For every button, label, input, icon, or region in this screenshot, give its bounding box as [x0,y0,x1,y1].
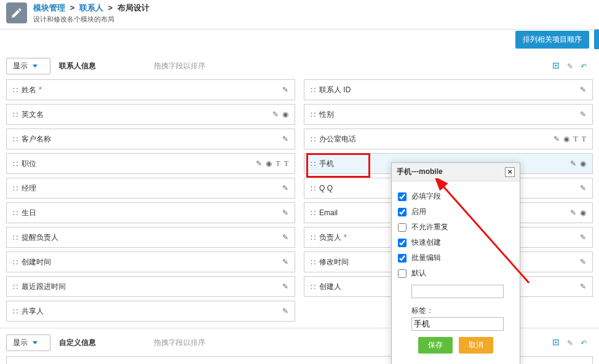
section-tools-2: ✎ ↶ [552,339,588,347]
edit-icon[interactable]: ✎ [282,258,288,266]
drag-handle-icon[interactable]: ∷ [13,258,17,267]
field-row[interactable]: ∷职位✎◉TT [6,153,295,174]
drag-handle-icon[interactable]: ∷ [13,184,17,193]
edit-icon[interactable]: ✎ [580,258,586,266]
field-actions: ✎ [580,282,586,291]
edit-icon[interactable]: ✎ [580,282,586,291]
field-actions: ✎ [282,85,288,94]
default-label: 默认 [411,268,426,279]
breadcrumb-link-1[interactable]: 模块管理 [33,3,65,12]
edit-icon[interactable]: ✎ [282,233,288,242]
drag-handle-icon[interactable]: ∷ [13,282,17,291]
edit-icon[interactable]: ✎ [553,135,560,144]
field-row[interactable]: ∷办公室电话✎◉TT [304,129,593,149]
drag-handle-icon[interactable]: ∷ [13,110,17,119]
drag-handle-icon[interactable]: ∷ [311,282,314,291]
text-icon[interactable]: T [582,135,586,144]
drag-handle-icon[interactable]: ∷ [13,85,17,95]
field-label: Q Q [319,184,333,192]
field-row[interactable]: ∷提醒负责人✎ [6,227,295,248]
edit-icon[interactable]: ✎ [580,184,586,192]
display-label-2: 显示 [13,338,28,348]
default-checkbox[interactable] [398,269,407,278]
edit-icon[interactable]: ✎ [282,307,288,315]
field-actions: ✎◉TT [256,159,288,168]
edit-icon[interactable]: ✎ [282,135,288,143]
edit-section-icon[interactable]: ✎ [566,62,574,71]
text-icon[interactable]: T [276,159,280,168]
sort-related-button[interactable]: 排列相关项目顺序 [515,31,589,49]
edit-section-icon-2[interactable]: ✎ [566,339,574,347]
breadcrumb-link-2[interactable]: 联系人 [79,3,103,12]
edit-icon[interactable]: ✎ [580,110,586,119]
section-hint-1: 拖拽字段以排序 [154,61,205,71]
breadcrumb: 模块管理 > 联系人 > 布局设计 [33,2,149,14]
drag-handle-icon[interactable]: ∷ [311,258,314,267]
drag-handle-icon[interactable]: ∷ [311,208,314,218]
cancel-button[interactable]: 取消 [459,337,493,354]
edit-icon[interactable]: ✎ [282,208,288,217]
eye-icon[interactable]: ◉ [563,135,569,144]
edit-icon[interactable]: ✎ [580,233,586,242]
field-row[interactable]: ∷经理✎ [6,178,295,199]
field-row[interactable]: ∷客户名称✎ [6,129,295,149]
field-actions: ✎ [580,233,586,242]
drag-handle-icon[interactable]: ∷ [13,159,17,168]
option-checkbox[interactable] [398,192,407,201]
field-row[interactable]: ∷性别✎ [304,104,593,125]
drag-handle-icon[interactable]: ∷ [13,233,17,242]
option-checkbox[interactable] [398,254,407,263]
close-icon[interactable]: ✕ [505,167,515,177]
option-checkbox[interactable] [398,239,407,247]
drag-handle-icon[interactable]: ∷ [311,135,314,144]
edit-icon[interactable]: ✎ [570,208,576,217]
field-label: 办公室电话 [319,134,356,144]
text-icon[interactable]: T [284,159,288,168]
eye-icon[interactable]: ◉ [282,110,288,119]
section-title-2: 自定义信息 [59,338,96,348]
field-row[interactable]: ∷创建时间✎ [6,251,295,272]
field-row[interactable]: ∷生日✎ [6,202,295,223]
option-label: 必填字段 [411,191,441,202]
field-label: 提醒负责人 [22,232,58,243]
drag-handle-icon[interactable]: ∷ [13,208,17,218]
drag-handle-icon[interactable]: ∷ [311,233,314,242]
text-icon[interactable]: T [573,135,577,144]
eye-icon[interactable]: ◉ [266,159,272,168]
edit-icon[interactable]: ✎ [256,159,262,168]
default-input[interactable] [411,285,504,298]
display-select-2[interactable]: 显示 [6,334,50,351]
reset-icon-2[interactable]: ↶ [579,339,588,347]
popup-option-row: 快速创建 [398,237,514,248]
drag-handle-icon[interactable]: ∷ [311,184,314,193]
drag-handle-icon[interactable]: ∷ [311,110,314,119]
add-field-icon-2[interactable] [552,339,561,347]
field-row[interactable]: ∷英文名✎◉ [6,104,295,125]
edit-icon[interactable]: ✎ [282,85,288,94]
edit-icon[interactable]: ✎ [272,110,279,119]
drag-handle-icon[interactable]: ∷ [311,85,314,95]
field-row[interactable]: ∷姓名*✎ [6,79,295,100]
field-label: 姓名 [22,85,36,95]
field-actions: ✎ [282,233,288,242]
field-row[interactable]: ∷联系人 ID✎ [304,79,593,100]
drag-handle-icon[interactable]: ∷ [311,159,314,168]
tag-input[interactable] [411,317,504,331]
save-button[interactable]: 保存 [418,337,453,354]
edit-icon[interactable]: ✎ [282,282,288,291]
add-field-icon[interactable] [552,62,561,71]
option-checkbox[interactable] [398,208,407,216]
drag-handle-icon[interactable]: ∷ [13,135,17,144]
reset-icon[interactable]: ↶ [579,62,588,71]
field-actions: ✎ [580,184,586,192]
display-select-1[interactable]: 显示 [6,58,50,74]
field-row[interactable]: ∷共享人✎ [6,301,295,322]
edit-icon[interactable]: ✎ [282,184,288,192]
edit-icon[interactable]: ✎ [570,159,576,168]
edit-icon[interactable]: ✎ [580,85,586,94]
eye-icon[interactable]: ◉ [580,208,586,217]
drag-handle-icon[interactable]: ∷ [13,307,17,316]
option-checkbox[interactable] [398,223,407,232]
eye-icon[interactable]: ◉ [580,159,586,168]
field-row[interactable]: ∷最近跟进时间✎ [6,276,295,297]
